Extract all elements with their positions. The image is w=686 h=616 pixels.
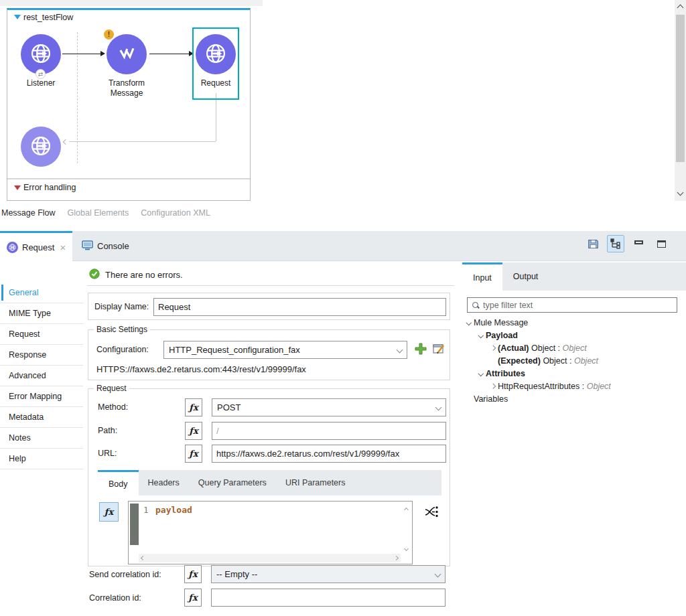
dataweave-mapping-icon[interactable] [424, 504, 440, 522]
scroll-down-icon[interactable] [404, 546, 409, 551]
scroll-up-icon[interactable] [677, 5, 684, 11]
tab-uri-parameters[interactable]: URI Parameters [276, 470, 355, 495]
send-correlation-fx-button[interactable]: ƒx [184, 565, 202, 583]
chevron-down-icon[interactable] [478, 333, 484, 338]
sidebar-item-request[interactable]: Request [0, 324, 83, 345]
chevron-down-icon [435, 404, 441, 411]
chevron-right-icon[interactable] [490, 345, 496, 351]
sidebar-item-general[interactable]: General [0, 283, 83, 303]
sidebar-item-metadata[interactable]: Metadata [0, 407, 83, 428]
correlation-input[interactable] [211, 589, 445, 607]
canvas-top-strip [0, 0, 263, 6]
method-select[interactable]: POST [212, 398, 446, 416]
tab-query-parameters[interactable]: Query Parameters [189, 470, 276, 495]
view-tabbar: Request × Console [0, 231, 686, 261]
sidebar-item-response[interactable]: Response [0, 345, 83, 366]
method-fx-button[interactable]: ƒx [185, 398, 202, 416]
tab-console[interactable]: Console [75, 231, 136, 261]
flow-collapse-icon[interactable] [14, 15, 21, 19]
return-connector-horizontal [69, 141, 216, 142]
flow-canvas[interactable]: rest_testFlow ⇄ Listener ! Transform Mes… [7, 8, 251, 201]
error-handling-collapse-icon[interactable] [14, 185, 21, 190]
source-badge-icon: ⇄ [36, 69, 46, 79]
path-fx-button[interactable]: ƒx [185, 422, 202, 440]
send-correlation-label: Send correlation id: [89, 570, 161, 579]
sidebar-item-error-mapping[interactable]: Error Mapping [0, 386, 83, 407]
scroll-right-icon[interactable] [394, 556, 399, 560]
success-check-icon [89, 268, 100, 281]
scroll-up-icon[interactable] [404, 508, 409, 512]
connector-transform-request [149, 54, 190, 54]
tab-configuration-xml[interactable]: Configuration XML [141, 208, 210, 218]
body-fx-button[interactable]: ƒx [99, 502, 119, 522]
flow-node-request[interactable] [196, 34, 236, 74]
connector-arrowhead [100, 51, 105, 56]
maximize-icon[interactable] [653, 235, 670, 252]
tree-item-mule-message[interactable]: Mule Message [464, 316, 681, 329]
scroll-left-icon[interactable] [141, 556, 145, 560]
tree-item-payload[interactable]: Payload [476, 329, 681, 341]
filter-placeholder: type filter text [483, 301, 533, 310]
canvas-scrollbar[interactable] [675, 0, 686, 201]
body-expression-editor[interactable]: 1 payload [128, 501, 413, 564]
configuration-select[interactable]: HTTP_Request_configuration_fax [163, 341, 407, 359]
tab-headers[interactable]: Headers [139, 470, 189, 495]
editor-hscrollbar[interactable] [139, 554, 401, 562]
path-input[interactable] [212, 422, 446, 440]
tab-output[interactable]: Output [502, 262, 549, 291]
sidebar-item-advanced[interactable]: Advanced [0, 366, 83, 386]
display-name-label: Display Name: [94, 302, 149, 311]
minimize-icon[interactable] [630, 235, 647, 252]
url-label: URL: [98, 449, 117, 458]
group-legend: Request [94, 384, 129, 393]
correlation-fx-button[interactable]: ƒx [184, 589, 202, 607]
tab-request-properties[interactable]: Request × [0, 231, 72, 261]
return-connector-vertical [216, 93, 216, 141]
tree-item-attributes[interactable]: Attributes [476, 367, 681, 380]
display-name-input[interactable] [153, 298, 446, 316]
request-subtabs: Body Headers Query Parameters URI Parame… [98, 470, 441, 495]
general-form: There are no errors. Display Name: Basic… [83, 261, 459, 616]
scrollbar-thumb[interactable] [676, 15, 685, 162]
url-fx-button[interactable]: ƒx [185, 445, 202, 463]
node-label: Listener [14, 78, 68, 88]
flow-node-transform-message[interactable] [107, 34, 147, 74]
tab-global-elements[interactable]: Global Elements [68, 208, 129, 218]
tree-item-expected[interactable]: (Expected) Object : Object [488, 354, 681, 367]
line-number: 1 [143, 505, 149, 515]
add-config-icon[interactable] [414, 342, 427, 358]
url-input[interactable] [212, 445, 446, 463]
chevron-down-icon[interactable] [466, 320, 472, 325]
dataweave-icon [115, 42, 138, 67]
editor-gutter [130, 504, 139, 545]
sidebar-item-help[interactable]: Help [0, 449, 83, 469]
divider [87, 285, 454, 286]
send-correlation-select[interactable]: -- Empty -- [211, 565, 445, 583]
status-row: There are no errors. [89, 268, 183, 281]
save-icon[interactable] [584, 235, 602, 252]
scroll-down-icon[interactable] [677, 189, 684, 196]
close-icon[interactable]: × [60, 242, 66, 253]
node-label: Request [189, 78, 243, 88]
chevron-right-icon[interactable] [490, 384, 496, 389]
chevron-down-icon [434, 571, 441, 578]
resolved-url-text: HTTPS://faxws.de2.retarus.com:443/rest/v… [96, 364, 306, 374]
editor-code[interactable]: payload [155, 505, 192, 515]
sidebar-item-mime-type[interactable]: MIME Type [0, 303, 83, 324]
filter-input[interactable]: type filter text [467, 297, 677, 313]
tree-item-actual[interactable]: (Actual) Object : Object [488, 341, 681, 354]
chevron-down-icon[interactable] [478, 371, 484, 376]
tab-message-flow[interactable]: Message Flow [1, 208, 56, 218]
tab-input[interactable]: Input [462, 262, 502, 291]
tree-item-variables[interactable]: Variables [464, 392, 681, 405]
edit-config-icon[interactable] [432, 342, 445, 358]
tree-view-icon[interactable] [607, 235, 624, 252]
flow-node-error-request[interactable] [21, 127, 61, 167]
http-request-icon [29, 134, 53, 160]
flow-node-listener[interactable] [21, 34, 61, 74]
tab-body[interactable]: Body [98, 470, 139, 495]
http-request-tab-icon [7, 242, 18, 253]
sidebar-item-notes[interactable]: Notes [0, 428, 83, 449]
tree-item-http-request-attributes[interactable]: HttpRequestAttributes : Object [488, 380, 681, 392]
console-icon [82, 240, 93, 252]
